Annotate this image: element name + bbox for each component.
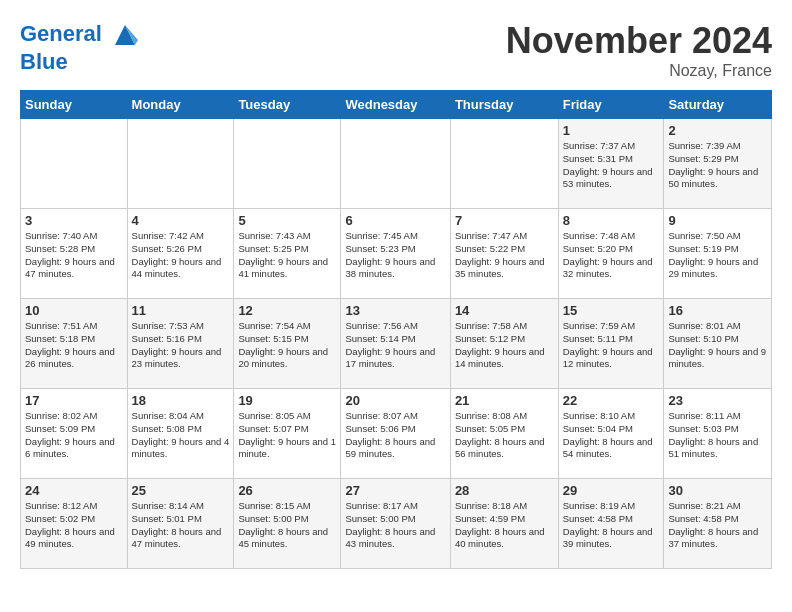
calendar-cell: 1Sunrise: 7:37 AM Sunset: 5:31 PM Daylig… bbox=[558, 119, 664, 209]
calendar-cell bbox=[127, 119, 234, 209]
day-info: Sunrise: 8:18 AM Sunset: 4:59 PM Dayligh… bbox=[455, 500, 554, 551]
calendar-cell: 21Sunrise: 8:08 AM Sunset: 5:05 PM Dayli… bbox=[450, 389, 558, 479]
day-info: Sunrise: 7:48 AM Sunset: 5:20 PM Dayligh… bbox=[563, 230, 660, 281]
calendar-cell: 30Sunrise: 8:21 AM Sunset: 4:58 PM Dayli… bbox=[664, 479, 772, 569]
weekday-header: Saturday bbox=[664, 91, 772, 119]
day-number: 1 bbox=[563, 123, 660, 138]
calendar-cell: 12Sunrise: 7:54 AM Sunset: 5:15 PM Dayli… bbox=[234, 299, 341, 389]
calendar-cell: 13Sunrise: 7:56 AM Sunset: 5:14 PM Dayli… bbox=[341, 299, 450, 389]
calendar-cell bbox=[21, 119, 128, 209]
day-number: 24 bbox=[25, 483, 123, 498]
day-info: Sunrise: 7:40 AM Sunset: 5:28 PM Dayligh… bbox=[25, 230, 123, 281]
day-info: Sunrise: 8:04 AM Sunset: 5:08 PM Dayligh… bbox=[132, 410, 230, 461]
day-info: Sunrise: 8:08 AM Sunset: 5:05 PM Dayligh… bbox=[455, 410, 554, 461]
calendar-cell: 26Sunrise: 8:15 AM Sunset: 5:00 PM Dayli… bbox=[234, 479, 341, 569]
calendar-week-row: 24Sunrise: 8:12 AM Sunset: 5:02 PM Dayli… bbox=[21, 479, 772, 569]
day-number: 15 bbox=[563, 303, 660, 318]
location: Nozay, France bbox=[506, 62, 772, 80]
calendar-cell: 14Sunrise: 7:58 AM Sunset: 5:12 PM Dayli… bbox=[450, 299, 558, 389]
calendar-cell bbox=[450, 119, 558, 209]
calendar-cell: 19Sunrise: 8:05 AM Sunset: 5:07 PM Dayli… bbox=[234, 389, 341, 479]
day-number: 10 bbox=[25, 303, 123, 318]
day-number: 29 bbox=[563, 483, 660, 498]
day-info: Sunrise: 7:42 AM Sunset: 5:26 PM Dayligh… bbox=[132, 230, 230, 281]
day-number: 8 bbox=[563, 213, 660, 228]
day-number: 30 bbox=[668, 483, 767, 498]
calendar-cell bbox=[234, 119, 341, 209]
day-number: 6 bbox=[345, 213, 445, 228]
day-number: 7 bbox=[455, 213, 554, 228]
calendar-cell: 17Sunrise: 8:02 AM Sunset: 5:09 PM Dayli… bbox=[21, 389, 128, 479]
day-info: Sunrise: 8:07 AM Sunset: 5:06 PM Dayligh… bbox=[345, 410, 445, 461]
day-number: 5 bbox=[238, 213, 336, 228]
day-info: Sunrise: 8:02 AM Sunset: 5:09 PM Dayligh… bbox=[25, 410, 123, 461]
weekday-header: Thursday bbox=[450, 91, 558, 119]
calendar-cell: 24Sunrise: 8:12 AM Sunset: 5:02 PM Dayli… bbox=[21, 479, 128, 569]
day-info: Sunrise: 7:37 AM Sunset: 5:31 PM Dayligh… bbox=[563, 140, 660, 191]
calendar-cell: 16Sunrise: 8:01 AM Sunset: 5:10 PM Dayli… bbox=[664, 299, 772, 389]
day-number: 26 bbox=[238, 483, 336, 498]
day-number: 23 bbox=[668, 393, 767, 408]
day-number: 2 bbox=[668, 123, 767, 138]
calendar-cell: 23Sunrise: 8:11 AM Sunset: 5:03 PM Dayli… bbox=[664, 389, 772, 479]
calendar-week-row: 1Sunrise: 7:37 AM Sunset: 5:31 PM Daylig… bbox=[21, 119, 772, 209]
day-info: Sunrise: 7:43 AM Sunset: 5:25 PM Dayligh… bbox=[238, 230, 336, 281]
calendar-cell: 3Sunrise: 7:40 AM Sunset: 5:28 PM Daylig… bbox=[21, 209, 128, 299]
day-number: 27 bbox=[345, 483, 445, 498]
day-number: 13 bbox=[345, 303, 445, 318]
weekday-header: Wednesday bbox=[341, 91, 450, 119]
day-info: Sunrise: 7:39 AM Sunset: 5:29 PM Dayligh… bbox=[668, 140, 767, 191]
day-number: 3 bbox=[25, 213, 123, 228]
weekday-header: Sunday bbox=[21, 91, 128, 119]
calendar-cell: 10Sunrise: 7:51 AM Sunset: 5:18 PM Dayli… bbox=[21, 299, 128, 389]
calendar-cell: 11Sunrise: 7:53 AM Sunset: 5:16 PM Dayli… bbox=[127, 299, 234, 389]
day-info: Sunrise: 7:53 AM Sunset: 5:16 PM Dayligh… bbox=[132, 320, 230, 371]
day-info: Sunrise: 8:15 AM Sunset: 5:00 PM Dayligh… bbox=[238, 500, 336, 551]
day-info: Sunrise: 8:01 AM Sunset: 5:10 PM Dayligh… bbox=[668, 320, 767, 371]
calendar-cell: 15Sunrise: 7:59 AM Sunset: 5:11 PM Dayli… bbox=[558, 299, 664, 389]
day-info: Sunrise: 7:54 AM Sunset: 5:15 PM Dayligh… bbox=[238, 320, 336, 371]
logo-icon bbox=[110, 20, 140, 50]
calendar-cell: 25Sunrise: 8:14 AM Sunset: 5:01 PM Dayli… bbox=[127, 479, 234, 569]
day-number: 14 bbox=[455, 303, 554, 318]
day-number: 9 bbox=[668, 213, 767, 228]
calendar-week-row: 10Sunrise: 7:51 AM Sunset: 5:18 PM Dayli… bbox=[21, 299, 772, 389]
day-number: 20 bbox=[345, 393, 445, 408]
day-info: Sunrise: 8:10 AM Sunset: 5:04 PM Dayligh… bbox=[563, 410, 660, 461]
day-info: Sunrise: 7:45 AM Sunset: 5:23 PM Dayligh… bbox=[345, 230, 445, 281]
calendar-cell: 22Sunrise: 8:10 AM Sunset: 5:04 PM Dayli… bbox=[558, 389, 664, 479]
page-header: General Blue November 2024 Nozay, France bbox=[20, 20, 772, 80]
day-info: Sunrise: 8:19 AM Sunset: 4:58 PM Dayligh… bbox=[563, 500, 660, 551]
day-info: Sunrise: 7:50 AM Sunset: 5:19 PM Dayligh… bbox=[668, 230, 767, 281]
day-number: 4 bbox=[132, 213, 230, 228]
logo: General Blue bbox=[20, 20, 140, 74]
day-number: 16 bbox=[668, 303, 767, 318]
day-info: Sunrise: 7:59 AM Sunset: 5:11 PM Dayligh… bbox=[563, 320, 660, 371]
day-info: Sunrise: 8:21 AM Sunset: 4:58 PM Dayligh… bbox=[668, 500, 767, 551]
weekday-header: Tuesday bbox=[234, 91, 341, 119]
calendar-cell: 18Sunrise: 8:04 AM Sunset: 5:08 PM Dayli… bbox=[127, 389, 234, 479]
weekday-header: Friday bbox=[558, 91, 664, 119]
day-info: Sunrise: 7:47 AM Sunset: 5:22 PM Dayligh… bbox=[455, 230, 554, 281]
calendar-cell bbox=[341, 119, 450, 209]
day-number: 18 bbox=[132, 393, 230, 408]
day-number: 17 bbox=[25, 393, 123, 408]
day-info: Sunrise: 8:17 AM Sunset: 5:00 PM Dayligh… bbox=[345, 500, 445, 551]
day-number: 19 bbox=[238, 393, 336, 408]
calendar-cell: 5Sunrise: 7:43 AM Sunset: 5:25 PM Daylig… bbox=[234, 209, 341, 299]
day-number: 25 bbox=[132, 483, 230, 498]
weekday-header: Monday bbox=[127, 91, 234, 119]
logo-subtext: Blue bbox=[20, 50, 140, 74]
day-info: Sunrise: 8:11 AM Sunset: 5:03 PM Dayligh… bbox=[668, 410, 767, 461]
calendar-cell: 8Sunrise: 7:48 AM Sunset: 5:20 PM Daylig… bbox=[558, 209, 664, 299]
day-info: Sunrise: 8:05 AM Sunset: 5:07 PM Dayligh… bbox=[238, 410, 336, 461]
calendar-cell: 6Sunrise: 7:45 AM Sunset: 5:23 PM Daylig… bbox=[341, 209, 450, 299]
day-number: 11 bbox=[132, 303, 230, 318]
calendar-cell: 7Sunrise: 7:47 AM Sunset: 5:22 PM Daylig… bbox=[450, 209, 558, 299]
calendar-cell: 28Sunrise: 8:18 AM Sunset: 4:59 PM Dayli… bbox=[450, 479, 558, 569]
day-number: 22 bbox=[563, 393, 660, 408]
weekday-header-row: SundayMondayTuesdayWednesdayThursdayFrid… bbox=[21, 91, 772, 119]
calendar-cell: 4Sunrise: 7:42 AM Sunset: 5:26 PM Daylig… bbox=[127, 209, 234, 299]
calendar-week-row: 3Sunrise: 7:40 AM Sunset: 5:28 PM Daylig… bbox=[21, 209, 772, 299]
day-info: Sunrise: 7:56 AM Sunset: 5:14 PM Dayligh… bbox=[345, 320, 445, 371]
